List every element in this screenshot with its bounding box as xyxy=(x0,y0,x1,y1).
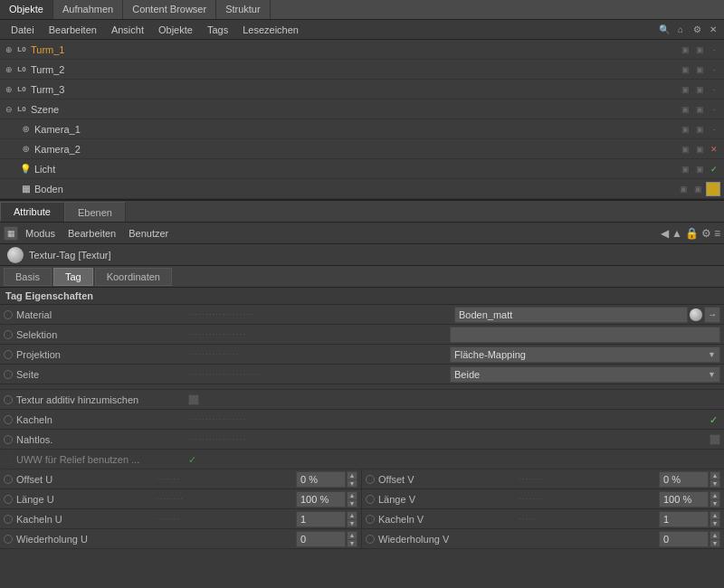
kacheln-check[interactable]: ✓ xyxy=(710,414,720,425)
tab-content-browser[interactable]: Content Browser xyxy=(123,0,216,19)
flag-render[interactable]: ▣ xyxy=(693,63,706,76)
close-icon[interactable]: ✕ xyxy=(706,23,720,37)
seite-dropdown[interactable]: Beide ▼ xyxy=(450,366,720,383)
tab-ebenen[interactable]: Ebenen xyxy=(64,202,126,222)
arrow-up-icon[interactable]: ▲ xyxy=(672,227,682,240)
subtab-koordinaten[interactable]: Koordinaten xyxy=(95,268,172,286)
tab-objekte[interactable]: Objekte xyxy=(0,0,53,19)
toolbar-benutzer[interactable]: Benutzer xyxy=(123,228,174,239)
grid-icon[interactable]: ▦ xyxy=(4,226,18,241)
textur-additiv-checkbox[interactable] xyxy=(188,394,199,405)
flag-extra[interactable]: · xyxy=(708,123,720,136)
flag-render[interactable]: ▣ xyxy=(693,103,706,116)
offset-v-input[interactable] xyxy=(659,471,709,488)
flag-extra[interactable]: · xyxy=(708,83,720,96)
flag-visibility[interactable]: ▣ xyxy=(679,163,691,175)
search-icon[interactable]: 🔍 xyxy=(657,23,672,37)
subtab-tag[interactable]: Tag xyxy=(53,268,93,286)
expand-icon[interactable]: ⊖ xyxy=(4,104,14,115)
offset-u-down[interactable]: ▼ xyxy=(347,479,357,488)
lock-icon[interactable]: 🔒 xyxy=(685,227,699,240)
expand-icon[interactable]: ⊕ xyxy=(4,84,14,95)
flag-render[interactable]: ▣ xyxy=(693,83,706,96)
wiederholung-u-down[interactable]: ▼ xyxy=(347,539,357,547)
kacheln-u-input[interactable] xyxy=(296,511,346,527)
selektion-input[interactable] xyxy=(450,327,720,343)
menu-lesezeichen[interactable]: Lesezeichen xyxy=(235,23,306,37)
flag-visibility[interactable]: ▣ xyxy=(679,143,691,156)
settings-icon[interactable]: ⚙ xyxy=(690,23,704,37)
table-row[interactable]: 💡 Licht ▣ ▣ ✓ xyxy=(0,159,724,179)
wiederholung-v-down[interactable]: ▼ xyxy=(710,539,720,547)
laenge-u-down[interactable]: ▼ xyxy=(347,499,357,507)
flag-extra[interactable]: · xyxy=(708,43,720,56)
flag-extra[interactable]: ✓ xyxy=(708,163,720,175)
wiederholung-u-input[interactable] xyxy=(296,531,346,547)
kacheln-u-up[interactable]: ▲ xyxy=(347,511,357,519)
projektion-dropdown[interactable]: Fläche-Mapping ▼ xyxy=(450,346,720,363)
table-row[interactable]: ⊕ L0 Turm_2 ▣ ▣ · xyxy=(0,60,724,80)
wiederholung-v-up[interactable]: ▲ xyxy=(710,531,720,539)
settings2-icon[interactable]: ⚙ xyxy=(701,227,711,240)
flag-visibility[interactable]: ▣ xyxy=(679,123,691,136)
flag-render[interactable]: ▣ xyxy=(693,143,706,156)
flag-visibility[interactable]: ▣ xyxy=(679,63,691,76)
toolbar-left: ▦ Modus Bearbeiten Benutzer xyxy=(4,226,174,241)
flag-visibility[interactable]: ▣ xyxy=(679,83,691,96)
flag-render[interactable]: ▣ xyxy=(693,123,706,136)
tab-attribute[interactable]: Attribute xyxy=(0,202,64,222)
arrow-left-icon[interactable]: ◀ xyxy=(661,227,669,240)
table-row[interactable]: ▦ Boden ▣ ▣ xyxy=(0,179,724,199)
uww-check[interactable]: ✓ xyxy=(188,454,199,465)
offset-v-up[interactable]: ▲ xyxy=(710,471,720,479)
kacheln-u-down[interactable]: ▼ xyxy=(347,519,357,527)
flag-extra[interactable]: · xyxy=(708,103,720,116)
texture-flag[interactable] xyxy=(706,182,720,196)
offset-v-down[interactable]: ▼ xyxy=(710,479,720,488)
menu-bearbeiten[interactable]: Bearbeiten xyxy=(42,23,104,37)
table-row[interactable]: ⊖ L0 Szene ▣ ▣ · xyxy=(0,100,724,119)
flag-extra[interactable]: ✕ xyxy=(708,143,720,156)
expand-icon[interactable]: ⊕ xyxy=(4,64,14,75)
toolbar-modus[interactable]: Modus xyxy=(20,228,61,239)
material-link-btn[interactable]: → xyxy=(704,307,720,323)
tab-struktur[interactable]: Struktur xyxy=(216,0,271,19)
menu-tags[interactable]: Tags xyxy=(200,23,235,37)
menu-datei[interactable]: Datei xyxy=(4,23,42,37)
toolbar-bearbeiten[interactable]: Bearbeiten xyxy=(62,228,121,239)
laenge-u-up[interactable]: ▲ xyxy=(347,491,357,499)
flag-render[interactable]: ▣ xyxy=(693,43,706,56)
kacheln-v-input[interactable] xyxy=(659,511,709,527)
nahtlos-checkbox[interactable] xyxy=(710,434,720,445)
flag-visibility[interactable]: ▣ xyxy=(679,43,691,56)
prop-indicator xyxy=(4,435,13,444)
flag-visibility[interactable]: ▣ xyxy=(677,183,690,195)
laenge-v-down[interactable]: ▼ xyxy=(710,499,720,507)
kacheln-v-down[interactable]: ▼ xyxy=(710,519,720,527)
flag-visibility[interactable]: ▣ xyxy=(679,103,691,116)
wiederholung-u-up[interactable]: ▲ xyxy=(347,531,357,539)
home-icon[interactable]: ⌂ xyxy=(673,23,688,37)
tab-aufnahmen[interactable]: Aufnahmen xyxy=(53,0,123,19)
subtab-basis[interactable]: Basis xyxy=(4,268,52,286)
material-sphere-btn[interactable] xyxy=(689,308,703,322)
kacheln-v-up[interactable]: ▲ xyxy=(710,511,720,519)
material-input[interactable] xyxy=(454,307,688,323)
laenge-v-input[interactable] xyxy=(659,491,709,507)
more-icon[interactable]: ≡ xyxy=(714,227,720,240)
offset-u-input[interactable] xyxy=(296,471,346,488)
laenge-u-input[interactable] xyxy=(296,491,346,507)
menu-ansicht[interactable]: Ansicht xyxy=(104,23,151,37)
flag-render[interactable]: ▣ xyxy=(693,163,706,175)
flag-extra[interactable]: · xyxy=(708,63,720,76)
table-row[interactable]: ◎ Kamera_2 ▣ ▣ ✕ xyxy=(0,139,724,159)
offset-u-up[interactable]: ▲ xyxy=(347,471,357,479)
menu-objekte[interactable]: Objekte xyxy=(151,23,200,37)
laenge-v-up[interactable]: ▲ xyxy=(710,491,720,499)
flag-render[interactable]: ▣ xyxy=(691,183,704,195)
wiederholung-v-input[interactable] xyxy=(659,531,709,547)
table-row[interactable]: ◎ Kamera_1 ▣ ▣ · xyxy=(0,119,724,139)
table-row[interactable]: ⊕ L0 Turm_3 ▣ ▣ · xyxy=(0,80,724,100)
table-row[interactable]: ⊕ L0 Turm_1 ▣ ▣ · xyxy=(0,40,724,60)
expand-icon[interactable]: ⊕ xyxy=(4,44,14,55)
